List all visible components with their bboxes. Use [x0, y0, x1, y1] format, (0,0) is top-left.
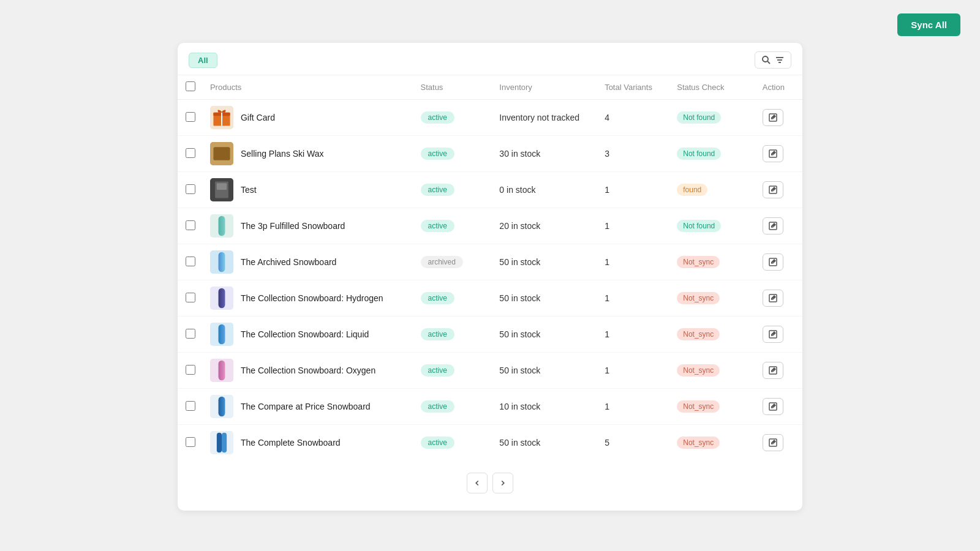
variants-value: 1	[605, 221, 609, 231]
product-name: The Collection Snowboard: Liquid	[241, 329, 369, 339]
row-checkbox-cell	[178, 389, 204, 425]
search-icon	[761, 55, 771, 65]
status-cell: active	[415, 353, 494, 389]
edit-icon	[768, 402, 778, 411]
status-check-cell: Not_sync	[671, 425, 756, 461]
inventory-cell: 10 in stock	[493, 389, 598, 425]
select-all-checkbox[interactable]	[186, 81, 195, 91]
row-checkbox[interactable]	[186, 257, 195, 266]
variants-value: 1	[605, 257, 609, 267]
table-row: Selling Plans Ski Wax active 30 in stock…	[178, 136, 802, 172]
product-thumbnail	[210, 431, 233, 454]
tab-all[interactable]: All	[189, 53, 217, 68]
status-badge: active	[421, 364, 454, 377]
variants-cell: 1	[598, 280, 671, 317]
inventory-cell: 0 in stock	[493, 172, 598, 208]
action-cell	[756, 389, 802, 425]
col-header-products: Products	[204, 75, 415, 100]
col-header-action: Action	[756, 75, 802, 100]
status-cell: active	[415, 100, 494, 136]
action-cell	[756, 244, 802, 280]
edit-button[interactable]	[763, 145, 783, 162]
inventory-value: 30 in stock	[499, 149, 540, 159]
product-cell: Selling Plans Ski Wax	[204, 136, 415, 172]
table-row: The Archived Snowboard archived 50 in st…	[178, 244, 802, 280]
status-check-badge: Not_sync	[677, 292, 720, 304]
sync-all-button[interactable]: Sync All	[897, 13, 960, 36]
filter-icon	[775, 55, 785, 65]
edit-button[interactable]	[763, 398, 783, 415]
svg-line-1	[767, 61, 770, 64]
row-checkbox[interactable]	[186, 184, 195, 194]
row-checkbox[interactable]	[186, 293, 195, 302]
variants-cell: 1	[598, 208, 671, 244]
status-cell: active	[415, 317, 494, 353]
edit-button[interactable]	[763, 290, 783, 307]
product-name: The Archived Snowboard	[241, 257, 336, 267]
status-badge: active	[421, 184, 454, 196]
row-checkbox[interactable]	[186, 401, 195, 411]
status-check-badge: Not found	[677, 111, 721, 124]
status-check-badge: Not found	[677, 220, 721, 232]
row-checkbox[interactable]	[186, 112, 195, 122]
row-checkbox-cell	[178, 317, 204, 353]
table-row: The Collection Snowboard: Liquid active …	[178, 317, 802, 353]
row-checkbox-cell	[178, 136, 204, 172]
status-check-cell: Not_sync	[671, 280, 756, 317]
edit-button[interactable]	[763, 362, 783, 379]
product-cell: The Collection Snowboard: Hydrogen	[204, 280, 415, 317]
product-name: The Complete Snowboard	[241, 438, 341, 448]
search-filter-button[interactable]	[755, 51, 791, 69]
table-row: Gift Card active Inventory not tracked 4…	[178, 100, 802, 136]
edit-button[interactable]	[763, 253, 783, 271]
row-checkbox[interactable]	[186, 148, 195, 158]
row-checkbox-cell	[178, 208, 204, 244]
status-badge: active	[421, 328, 454, 340]
status-badge: active	[421, 220, 454, 232]
edit-button[interactable]	[763, 434, 783, 451]
status-cell: active	[415, 425, 494, 461]
row-checkbox[interactable]	[186, 365, 195, 375]
edit-button[interactable]	[763, 109, 783, 126]
inventory-value: 50 in stock	[499, 365, 540, 375]
product-thumbnail	[210, 178, 233, 201]
inventory-value: 10 in stock	[499, 402, 540, 411]
variants-cell: 1	[598, 389, 671, 425]
row-checkbox[interactable]	[186, 437, 195, 447]
table-row: The Complete Snowboard active 50 in stoc…	[178, 425, 802, 461]
edit-button[interactable]	[763, 181, 783, 198]
status-badge: active	[421, 400, 454, 413]
row-checkbox[interactable]	[186, 220, 195, 230]
status-cell: active	[415, 136, 494, 172]
next-page-button[interactable]	[492, 473, 513, 493]
status-check-badge: Not_sync	[677, 256, 720, 268]
status-badge: active	[421, 292, 454, 304]
prev-page-button[interactable]	[467, 473, 488, 493]
edit-icon	[768, 257, 778, 267]
status-check-badge: Not_sync	[677, 328, 720, 340]
product-name: Gift Card	[241, 113, 275, 122]
product-name: The Collection Snowboard: Hydrogen	[241, 293, 383, 303]
svg-rect-27	[222, 433, 227, 453]
svg-rect-9	[213, 147, 230, 160]
action-cell	[756, 317, 802, 353]
inventory-cell: 50 in stock	[493, 353, 598, 389]
action-cell	[756, 100, 802, 136]
edit-button[interactable]	[763, 326, 783, 343]
product-name: The Compare at Price Snowboard	[241, 402, 371, 411]
action-cell	[756, 353, 802, 389]
status-cell: archived	[415, 244, 494, 280]
main-card: All Products Status Inventory Total V	[178, 43, 802, 511]
edit-icon	[768, 149, 778, 159]
status-check-badge: Not_sync	[677, 437, 720, 449]
inventory-value: 20 in stock	[499, 221, 540, 231]
table-row: The Collection Snowboard: Hydrogen activ…	[178, 280, 802, 317]
status-cell: active	[415, 389, 494, 425]
table-row: The 3p Fulfilled Snowboard active 20 in …	[178, 208, 802, 244]
row-checkbox[interactable]	[186, 329, 195, 339]
row-checkbox-cell	[178, 425, 204, 461]
product-thumbnail	[210, 287, 233, 310]
action-cell	[756, 425, 802, 461]
inventory-cell: 30 in stock	[493, 136, 598, 172]
edit-button[interactable]	[763, 217, 783, 234]
